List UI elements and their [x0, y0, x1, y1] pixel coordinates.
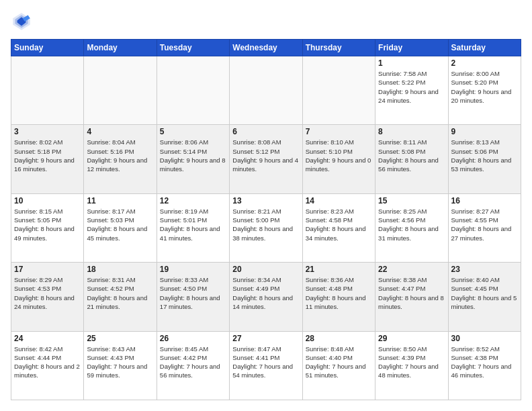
day-number: 8: [378, 127, 445, 136]
day-number: 15: [378, 196, 445, 205]
day-number: 11: [87, 196, 153, 205]
calendar-cell: 8Sunrise: 8:11 AM Sunset: 5:08 PM Daylig…: [375, 125, 448, 193]
weekday-sunday: Sunday: [11, 40, 84, 56]
day-number: 12: [160, 196, 226, 205]
page: SundayMondayTuesdayWednesdayThursdayFrid…: [0, 0, 532, 411]
week-row-4: 17Sunrise: 8:29 AM Sunset: 4:53 PM Dayli…: [11, 263, 521, 331]
day-number: 14: [306, 196, 372, 205]
calendar-cell: 16Sunrise: 8:27 AM Sunset: 4:55 PM Dayli…: [448, 193, 521, 262]
day-info: Sunrise: 8:38 AM Sunset: 4:47 PM Dayligh…: [378, 275, 445, 311]
calendar-cell: 3Sunrise: 8:02 AM Sunset: 5:18 PM Daylig…: [11, 125, 84, 193]
weekday-friday: Friday: [375, 40, 448, 56]
day-info: Sunrise: 8:34 AM Sunset: 4:49 PM Dayligh…: [232, 275, 299, 311]
day-info: Sunrise: 8:47 AM Sunset: 4:41 PM Dayligh…: [232, 345, 299, 380]
day-info: Sunrise: 8:08 AM Sunset: 5:12 PM Dayligh…: [232, 138, 299, 173]
day-info: Sunrise: 8:50 AM Sunset: 4:39 PM Dayligh…: [378, 345, 445, 380]
calendar-table: SundayMondayTuesdayWednesdayThursdayFrid…: [11, 39, 521, 400]
calendar-cell: 14Sunrise: 8:23 AM Sunset: 4:58 PM Dayli…: [302, 193, 375, 262]
day-number: 26: [160, 334, 226, 343]
day-info: Sunrise: 8:04 AM Sunset: 5:16 PM Dayligh…: [87, 138, 153, 173]
calendar-cell: 13Sunrise: 8:21 AM Sunset: 5:00 PM Dayli…: [230, 193, 302, 262]
weekday-header-row: SundayMondayTuesdayWednesdayThursdayFrid…: [11, 40, 521, 56]
day-info: Sunrise: 8:40 AM Sunset: 4:45 PM Dayligh…: [451, 275, 518, 311]
calendar-cell: [230, 56, 302, 125]
day-info: Sunrise: 8:42 AM Sunset: 4:44 PM Dayligh…: [14, 345, 81, 380]
logo: [11, 11, 35, 32]
day-info: Sunrise: 8:25 AM Sunset: 4:56 PM Dayligh…: [378, 207, 445, 242]
weekday-saturday: Saturday: [448, 40, 521, 56]
day-info: Sunrise: 8:13 AM Sunset: 5:06 PM Dayligh…: [451, 138, 518, 173]
header: [11, 11, 521, 32]
calendar-cell: [84, 56, 157, 125]
day-info: Sunrise: 8:06 AM Sunset: 5:14 PM Dayligh…: [160, 138, 226, 173]
day-info: Sunrise: 8:33 AM Sunset: 4:50 PM Dayligh…: [160, 275, 226, 311]
day-number: 3: [14, 127, 81, 136]
day-number: 25: [87, 334, 153, 343]
day-number: 9: [451, 127, 518, 136]
calendar-cell: 29Sunrise: 8:50 AM Sunset: 4:39 PM Dayli…: [375, 331, 448, 400]
week-row-2: 3Sunrise: 8:02 AM Sunset: 5:18 PM Daylig…: [11, 125, 521, 193]
day-info: Sunrise: 8:15 AM Sunset: 5:05 PM Dayligh…: [14, 207, 81, 242]
calendar-cell: 9Sunrise: 8:13 AM Sunset: 5:06 PM Daylig…: [448, 125, 521, 193]
calendar-cell: [157, 56, 229, 125]
day-number: 6: [232, 127, 299, 136]
day-number: 1: [378, 58, 445, 68]
day-info: Sunrise: 8:10 AM Sunset: 5:10 PM Dayligh…: [306, 138, 372, 173]
day-number: 27: [232, 334, 299, 343]
day-number: 24: [14, 334, 81, 343]
calendar-cell: 12Sunrise: 8:19 AM Sunset: 5:01 PM Dayli…: [157, 193, 229, 262]
calendar-cell: 27Sunrise: 8:47 AM Sunset: 4:41 PM Dayli…: [230, 331, 302, 400]
day-info: Sunrise: 8:17 AM Sunset: 5:03 PM Dayligh…: [87, 207, 153, 242]
weekday-wednesday: Wednesday: [230, 40, 302, 56]
day-info: Sunrise: 8:48 AM Sunset: 4:40 PM Dayligh…: [306, 345, 372, 380]
calendar-cell: 1Sunrise: 7:58 AM Sunset: 5:22 PM Daylig…: [375, 56, 448, 125]
day-info: Sunrise: 8:29 AM Sunset: 4:53 PM Dayligh…: [14, 275, 81, 311]
day-number: 2: [451, 58, 518, 68]
day-info: Sunrise: 8:21 AM Sunset: 5:00 PM Dayligh…: [232, 207, 299, 242]
day-info: Sunrise: 8:36 AM Sunset: 4:48 PM Dayligh…: [306, 275, 372, 311]
calendar-cell: 19Sunrise: 8:33 AM Sunset: 4:50 PM Dayli…: [157, 263, 229, 331]
day-number: 29: [378, 334, 445, 343]
day-number: 4: [87, 127, 153, 136]
calendar-cell: 2Sunrise: 8:00 AM Sunset: 5:20 PM Daylig…: [448, 56, 521, 125]
day-info: Sunrise: 8:02 AM Sunset: 5:18 PM Dayligh…: [14, 138, 81, 173]
day-number: 28: [306, 334, 372, 343]
weekday-thursday: Thursday: [302, 40, 375, 56]
day-info: Sunrise: 8:11 AM Sunset: 5:08 PM Dayligh…: [378, 138, 445, 173]
calendar-cell: 28Sunrise: 8:48 AM Sunset: 4:40 PM Dayli…: [302, 331, 375, 400]
day-info: Sunrise: 8:45 AM Sunset: 4:42 PM Dayligh…: [160, 345, 226, 380]
day-number: 5: [160, 127, 226, 136]
calendar-cell: [11, 56, 84, 125]
day-info: Sunrise: 8:43 AM Sunset: 4:43 PM Dayligh…: [87, 345, 153, 380]
week-row-5: 24Sunrise: 8:42 AM Sunset: 4:44 PM Dayli…: [11, 331, 521, 400]
calendar-cell: 23Sunrise: 8:40 AM Sunset: 4:45 PM Dayli…: [448, 263, 521, 331]
day-number: 20: [232, 265, 299, 274]
day-number: 22: [378, 265, 445, 274]
calendar-cell: 30Sunrise: 8:52 AM Sunset: 4:38 PM Dayli…: [448, 331, 521, 400]
day-number: 10: [14, 196, 81, 205]
calendar-cell: 24Sunrise: 8:42 AM Sunset: 4:44 PM Dayli…: [11, 331, 84, 400]
day-number: 17: [14, 265, 81, 274]
calendar-cell: 26Sunrise: 8:45 AM Sunset: 4:42 PM Dayli…: [157, 331, 229, 400]
calendar-cell: 18Sunrise: 8:31 AM Sunset: 4:52 PM Dayli…: [84, 263, 157, 331]
day-number: 19: [160, 265, 226, 274]
day-info: Sunrise: 8:23 AM Sunset: 4:58 PM Dayligh…: [306, 207, 372, 242]
day-info: Sunrise: 8:00 AM Sunset: 5:20 PM Dayligh…: [451, 69, 518, 105]
calendar-cell: 22Sunrise: 8:38 AM Sunset: 4:47 PM Dayli…: [375, 263, 448, 331]
day-number: 30: [451, 334, 518, 343]
weekday-monday: Monday: [84, 40, 157, 56]
calendar-cell: 17Sunrise: 8:29 AM Sunset: 4:53 PM Dayli…: [11, 263, 84, 331]
day-number: 23: [451, 265, 518, 274]
day-number: 18: [87, 265, 153, 274]
calendar-cell: 10Sunrise: 8:15 AM Sunset: 5:05 PM Dayli…: [11, 193, 84, 262]
calendar-cell: 25Sunrise: 8:43 AM Sunset: 4:43 PM Dayli…: [84, 331, 157, 400]
calendar-cell: 11Sunrise: 8:17 AM Sunset: 5:03 PM Dayli…: [84, 193, 157, 262]
day-number: 7: [306, 127, 372, 136]
calendar-cell: 5Sunrise: 8:06 AM Sunset: 5:14 PM Daylig…: [157, 125, 229, 193]
day-info: Sunrise: 8:27 AM Sunset: 4:55 PM Dayligh…: [451, 207, 518, 242]
calendar-cell: 7Sunrise: 8:10 AM Sunset: 5:10 PM Daylig…: [302, 125, 375, 193]
calendar-cell: 6Sunrise: 8:08 AM Sunset: 5:12 PM Daylig…: [230, 125, 302, 193]
calendar-cell: [302, 56, 375, 125]
day-info: Sunrise: 8:52 AM Sunset: 4:38 PM Dayligh…: [451, 345, 518, 380]
day-number: 13: [232, 196, 299, 205]
